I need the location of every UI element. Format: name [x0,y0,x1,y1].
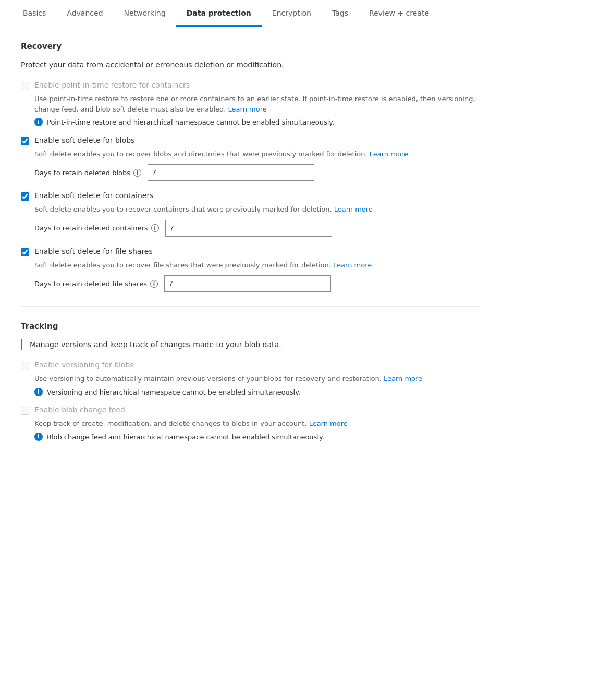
tab-basics[interactable]: Basics [13,0,56,27]
tab-review-create[interactable]: Review + create [359,0,439,27]
tracking-title: Tracking [21,322,480,331]
tracking-left-bar: Manage versions and keep track of change… [21,339,480,350]
change-feed-info-text: Blob change feed and hierarchical namesp… [47,432,324,443]
versioning-checkbox[interactable] [21,362,29,370]
change-feed-info-icon: i [34,433,43,441]
soft-delete-blobs-learn-more[interactable]: Learn more [370,150,408,158]
soft-delete-blobs-row: Enable soft delete for blobs [21,136,480,147]
soft-delete-files-label: Enable soft delete for file shares [34,247,153,255]
blobs-retain-label: Days to retain deleted blobs i [34,169,141,177]
change-feed-label: Enable blob change feed [34,406,125,414]
soft-delete-containers-desc: Soft delete enables you to recover conta… [34,204,480,215]
change-feed-checkbox[interactable] [21,407,29,415]
point-in-time-info-icon: i [34,118,43,126]
containers-retain-label: Days to retain deleted containers i [34,224,159,232]
files-retain-row: Days to retain deleted file shares i [34,275,480,292]
soft-delete-files-desc: Soft delete enables you to recover file … [34,260,480,271]
versioning-row: Enable versioning for blobs [21,361,480,372]
tab-advanced[interactable]: Advanced [56,0,113,27]
main-content: Recovery Protect your data from accident… [0,27,500,471]
change-feed-row: Enable blob change feed [21,406,480,416]
containers-retain-info-icon: i [151,224,159,232]
point-in-time-info-text: Point-in-time restore and hierarchical n… [47,117,334,128]
change-feed-info-box: i Blob change feed and hierarchical name… [34,432,480,443]
soft-delete-blobs-checkbox-wrap[interactable] [21,137,29,147]
recovery-description: Protect your data from accidental or err… [21,59,480,70]
soft-delete-containers-learn-more[interactable]: Learn more [334,205,373,213]
soft-delete-files-checkbox[interactable] [21,248,29,256]
containers-retain-input[interactable] [165,220,332,237]
versioning-info-box: i Versioning and hierarchical namespace … [34,387,480,398]
containers-retain-row: Days to retain deleted containers i [34,220,480,237]
point-in-time-label: Enable point-in-time restore for contain… [34,81,190,89]
soft-delete-containers-checkbox-wrap[interactable] [21,192,29,202]
soft-delete-blobs-desc: Soft delete enables you to recover blobs… [34,149,480,159]
versioning-info-icon: i [34,388,43,396]
point-in-time-checkbox-wrap[interactable] [21,82,29,92]
change-feed-learn-more[interactable]: Learn more [309,420,348,427]
blobs-retain-input[interactable] [148,164,314,181]
tab-networking[interactable]: Networking [114,0,176,27]
point-in-time-learn-more[interactable]: Learn more [228,105,267,113]
section-divider [21,306,480,307]
tab-encryption[interactable]: Encryption [262,0,322,27]
files-retain-info-icon: i [150,280,158,288]
recovery-section: Recovery Protect your data from accident… [21,42,480,292]
soft-delete-containers-row: Enable soft delete for containers [21,191,480,202]
versioning-checkbox-wrap[interactable] [21,362,29,372]
files-retain-input[interactable] [164,275,331,292]
blobs-retain-row: Days to retain deleted blobs i [34,164,480,181]
versioning-info-text: Versioning and hierarchical namespace ca… [47,387,300,398]
soft-delete-blobs-label: Enable soft delete for blobs [34,136,134,144]
soft-delete-files-row: Enable soft delete for file shares [21,247,480,258]
soft-delete-containers-checkbox[interactable] [21,192,29,201]
versioning-learn-more[interactable]: Learn more [384,375,422,383]
files-retain-label: Days to retain deleted file shares i [34,280,158,288]
recovery-title: Recovery [21,42,480,51]
point-in-time-row: Enable point-in-time restore for contain… [21,81,480,92]
tracking-section: Tracking Manage versions and keep track … [21,322,480,442]
tracking-description: Manage versions and keep track of change… [30,339,480,350]
change-feed-desc: Keep track of create, modification, and … [34,419,480,429]
blobs-retain-info-icon: i [133,169,141,177]
versioning-label: Enable versioning for blobs [34,361,134,369]
point-in-time-checkbox[interactable] [21,82,29,90]
tab-data-protection[interactable]: Data protection [176,0,262,27]
tab-tags[interactable]: Tags [322,0,359,27]
point-in-time-info-box: i Point-in-time restore and hierarchical… [34,117,480,128]
change-feed-checkbox-wrap[interactable] [21,407,29,416]
soft-delete-files-learn-more[interactable]: Learn more [333,261,372,269]
soft-delete-blobs-checkbox[interactable] [21,137,29,145]
soft-delete-containers-label: Enable soft delete for containers [34,191,154,200]
soft-delete-files-checkbox-wrap[interactable] [21,248,29,258]
versioning-desc: Use versioning to automatically maintain… [34,374,480,384]
tab-navigation: Basics Advanced Networking Data protecti… [0,0,601,27]
point-in-time-desc: Use point-in-time restore to restore one… [34,94,480,114]
